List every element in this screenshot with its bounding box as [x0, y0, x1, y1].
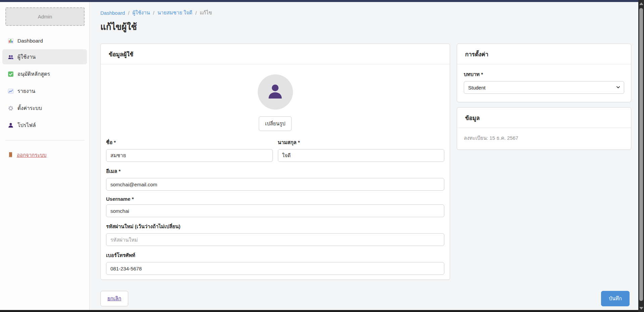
- sidebar-item-label: Dashboard: [17, 38, 43, 44]
- user-form: ชื่อ * นามสกุล * อีเมล * Username * รหัส…: [101, 131, 450, 275]
- email-field[interactable]: [106, 178, 444, 191]
- breadcrumb-separator: /: [128, 10, 129, 16]
- first-name-group: ชื่อ *: [106, 138, 273, 162]
- admin-logo-label: Admin: [38, 14, 52, 19]
- main-content: Dashboard / ผู้ใช้งาน / นายสมชาย ใจดี / …: [90, 2, 638, 310]
- users-icon: [8, 54, 14, 60]
- phone-group: เบอร์โทรศัพท์: [106, 251, 444, 275]
- avatar-section: เปลี่ยนรูป: [101, 64, 450, 131]
- email-label: อีเมล *: [106, 167, 444, 175]
- sidebar-item-approve-courses[interactable]: อนุมัติหลักสูตร: [2, 66, 87, 81]
- door-icon: [8, 152, 13, 159]
- sidebar-item-reports[interactable]: รายงาน: [2, 83, 87, 99]
- registered-date-text: ลงทะเบียน: 15 ธ.ค. 2567: [457, 128, 631, 149]
- person-icon: [266, 82, 285, 102]
- breadcrumb-separator: /: [195, 10, 197, 16]
- window-bottom-bar: [0, 310, 644, 312]
- sidebar-nav: Dashboard ผู้ใช้งาน: [0, 35, 89, 133]
- sidebar: Admin Dashboard: [0, 2, 90, 310]
- logout-label: ออกจากระบบ: [17, 151, 47, 159]
- sidebar-item-label: โปรไฟล์: [17, 121, 36, 129]
- sidebar-item-label: ตั้งค่าระบบ: [17, 104, 42, 112]
- cancel-button-label: ยกเลิก: [107, 296, 121, 301]
- breadcrumb-users[interactable]: ผู้ใช้งาน: [133, 9, 150, 17]
- sidebar-item-dashboard[interactable]: Dashboard: [2, 35, 87, 47]
- admin-logo-placeholder: Admin: [5, 7, 85, 26]
- cancel-button[interactable]: ยกเลิก: [100, 291, 128, 306]
- info-card-title: ข้อมูล: [457, 108, 631, 128]
- email-group: อีเมล *: [106, 167, 444, 191]
- sidebar-item-label: รายงาน: [17, 87, 35, 95]
- user-info-card: ข้อมูลผู้ใช้ เปลี่ยนรูป ชื่อ *: [100, 44, 450, 280]
- new-password-label: รหัสผ่านใหม่ (เว้นว่างถ้าไม่เปลี่ยน): [106, 223, 444, 231]
- breadcrumb-current: แก้ไข: [200, 9, 212, 17]
- last-name-group: นามสกุล *: [278, 138, 445, 162]
- sidebar-divider: [5, 140, 85, 140]
- person-icon: [8, 122, 14, 128]
- breadcrumb-user-name[interactable]: นายสมชาย ใจดี: [157, 9, 192, 17]
- gear-icon: [8, 105, 14, 111]
- logout-link[interactable]: ออกจากระบบ: [2, 148, 87, 162]
- first-name-label: ชื่อ *: [106, 138, 273, 146]
- first-name-field[interactable]: [106, 149, 273, 162]
- sidebar-item-users[interactable]: ผู้ใช้งาน: [2, 49, 87, 64]
- sidebar-item-profile[interactable]: โปรไฟล์: [2, 118, 87, 133]
- avatar: [258, 74, 293, 110]
- info-card: ข้อมูล ลงทะเบียน: 15 ธ.ค. 2567: [457, 107, 631, 150]
- settings-card: การตั้งค่า บทบาท * Student: [457, 44, 631, 102]
- role-label: บทบาท *: [464, 70, 624, 78]
- breadcrumb: Dashboard / ผู้ใช้งาน / นายสมชาย ใจดี / …: [100, 9, 212, 17]
- bar-chart-icon: [8, 38, 14, 44]
- scrollbar-thumb[interactable]: [639, 8, 643, 301]
- check-icon: [8, 71, 14, 77]
- username-group: Username *: [106, 196, 444, 217]
- last-name-field[interactable]: [278, 149, 445, 162]
- right-column: การตั้งค่า บทบาท * Student ข้อมูล ลงทะเบ: [457, 44, 631, 150]
- sidebar-item-label: อนุมัติหลักสูตร: [17, 70, 50, 78]
- breadcrumb-separator: /: [153, 10, 154, 16]
- scroll-down-icon[interactable]: [639, 307, 643, 310]
- new-password-group: รหัสผ่านใหม่ (เว้นว่างถ้าไม่เปลี่ยน): [106, 223, 444, 246]
- phone-label: เบอร์โทรศัพท์: [106, 251, 444, 259]
- vertical-scrollbar[interactable]: [638, 0, 644, 312]
- window-top-bar: [0, 0, 644, 2]
- user-info-card-title: ข้อมูลผู้ใช้: [101, 44, 450, 64]
- sidebar-item-system-settings[interactable]: ตั้งค่าระบบ: [2, 101, 87, 116]
- username-field[interactable]: [106, 204, 444, 217]
- page-title: แก้ไขผู้ใช้: [100, 20, 137, 34]
- username-label: Username *: [106, 196, 444, 202]
- sidebar-item-label: ผู้ใช้งาน: [17, 53, 36, 61]
- breadcrumb-dashboard[interactable]: Dashboard: [100, 10, 125, 16]
- trend-chart-icon: [8, 88, 14, 94]
- change-photo-button[interactable]: เปลี่ยนรูป: [259, 116, 292, 131]
- phone-field[interactable]: [106, 262, 444, 275]
- save-button[interactable]: บันทึก: [601, 291, 630, 306]
- new-password-field[interactable]: [106, 233, 444, 246]
- role-select[interactable]: Student: [464, 81, 624, 94]
- settings-card-title: การตั้งค่า: [457, 44, 631, 64]
- scroll-up-icon[interactable]: [639, 2, 643, 5]
- last-name-label: นามสกุล *: [278, 138, 445, 146]
